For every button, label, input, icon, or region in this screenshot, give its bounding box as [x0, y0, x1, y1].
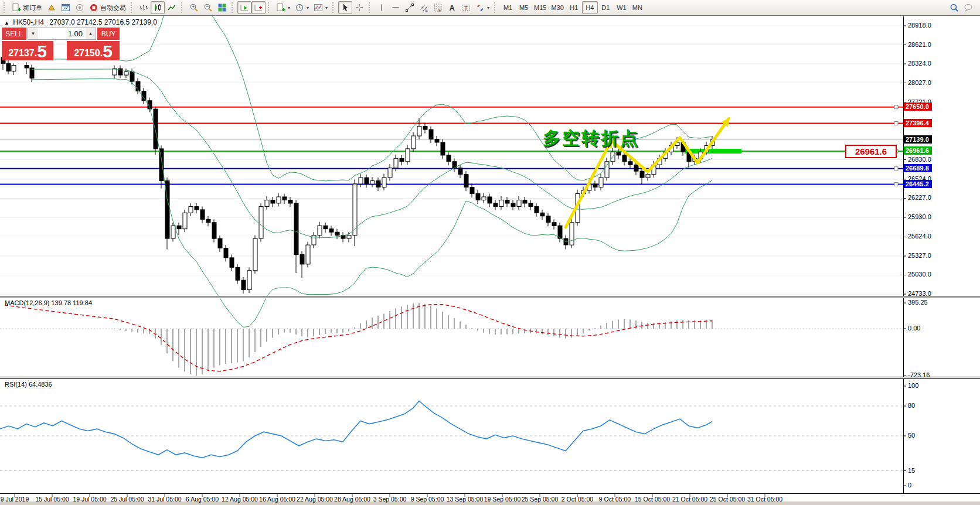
new-order-label: 新订单: [23, 4, 42, 12]
text-button[interactable]: A: [445, 1, 459, 14]
chat-icon: [964, 3, 973, 12]
vertical-line-icon: [377, 3, 386, 12]
line-chart-button[interactable]: [165, 1, 179, 14]
trendline-button[interactable]: [403, 1, 417, 14]
toolbar-right-group: [947, 1, 975, 14]
arrows-button[interactable]: ▾: [473, 1, 492, 14]
toolbar-grip[interactable]: [131, 2, 134, 13]
buy-price: 27150: [74, 47, 100, 59]
fibonacci-button[interactable]: F: [431, 1, 445, 14]
market-watch-icon: [61, 3, 70, 12]
equidistant-channel-button[interactable]: E: [417, 1, 431, 14]
volume-input[interactable]: [38, 28, 86, 39]
auto-scroll-icon: [240, 3, 249, 12]
timeframe-m30-button[interactable]: M30: [549, 1, 566, 14]
timeframe-w1-button[interactable]: W1: [614, 1, 629, 14]
arrows-icon: [475, 3, 485, 12]
price-badge: 27396.4: [904, 119, 932, 127]
volume-stepper: ▼ ▲: [28, 28, 96, 40]
timeframe-m15-button[interactable]: M15: [532, 1, 549, 14]
bar-chart-button[interactable]: [137, 1, 151, 14]
zoom-out-button[interactable]: [201, 1, 215, 14]
text-label-button[interactable]: T: [459, 1, 473, 14]
sell-price: 27137: [8, 47, 35, 59]
price-tick-label: 28621.0: [908, 41, 931, 48]
chevron-down-icon: ▾: [325, 5, 328, 11]
timeframe-m1-button[interactable]: M1: [500, 1, 516, 14]
indicators-button[interactable]: ▾: [274, 1, 292, 14]
new-chart-button[interactable]: [45, 1, 59, 14]
chart-title: ▲ HK50-,H4 27037.0 27142.5 27016.5 27139…: [4, 18, 157, 26]
chart-text-annotation[interactable]: 多空转折点: [543, 127, 639, 151]
macd-scale-label: 395.25: [908, 299, 928, 306]
cursor-button[interactable]: [338, 1, 352, 14]
equidistant-channel-icon: E: [419, 3, 428, 12]
fibonacci-icon: F: [433, 3, 443, 12]
timeframe-d1-button[interactable]: D1: [598, 1, 614, 14]
templates-button[interactable]: ▾: [311, 1, 330, 14]
toolbar: 新订单 自动交易: [0, 0, 980, 16]
auto-trading-button[interactable]: 自动交易: [87, 1, 128, 14]
zoom-in-button[interactable]: [187, 1, 201, 14]
search-icon: [950, 3, 959, 12]
toolbar-grip[interactable]: [494, 2, 498, 13]
volume-decrease-button[interactable]: ▼: [28, 28, 38, 39]
text-label-icon: T: [461, 3, 471, 12]
toolbar-grip[interactable]: [181, 2, 185, 13]
search-button[interactable]: [947, 1, 961, 14]
toolbar-grip[interactable]: [232, 2, 235, 13]
price-tick-label: 28324.0: [908, 60, 931, 67]
market-watch-button[interactable]: [59, 1, 73, 14]
buy-price-panel[interactable]: 27150 . 5: [67, 41, 120, 60]
macd-panel-divider[interactable]: [0, 296, 980, 298]
timeframe-h4-button[interactable]: H4: [582, 1, 598, 14]
timeframe-group: M1M5M15M30H1H4D1W1MN: [500, 1, 645, 14]
chart-shift-button[interactable]: [251, 1, 266, 14]
chart-shift-icon: [254, 3, 263, 12]
periods-button[interactable]: ▾: [292, 1, 311, 14]
toolbar-grip[interactable]: [369, 2, 372, 13]
timeframe-mn-button[interactable]: MN: [629, 1, 645, 14]
price-axis-separator: [903, 16, 904, 494]
rsi-scale-label: 0: [908, 482, 911, 489]
sell-button[interactable]: SELL: [2, 28, 26, 40]
auto-scroll-button[interactable]: [237, 1, 251, 14]
toolbar-grip[interactable]: [332, 2, 336, 13]
tile-windows-button[interactable]: [215, 1, 229, 14]
vertical-line-button[interactable]: [375, 1, 389, 14]
volume-increase-button[interactable]: ▲: [86, 28, 96, 39]
crosshair-button[interactable]: [352, 1, 366, 14]
price-badge: 27650.0: [904, 103, 932, 111]
collapse-panel-icon[interactable]: ▲: [4, 20, 9, 26]
tile-windows-icon: [217, 3, 227, 12]
timeframe-m5-button[interactable]: M5: [516, 1, 532, 14]
horizontal-line-button[interactable]: [389, 1, 403, 14]
price-badge: 27139.0: [904, 135, 932, 144]
new-chart-icon: [47, 3, 56, 12]
svg-text:A: A: [450, 4, 455, 12]
chat-button[interactable]: [961, 1, 975, 14]
candlestick-chart-button[interactable]: [151, 1, 165, 14]
timeframe-h1-button[interactable]: H1: [566, 1, 582, 14]
rsi-panel-divider[interactable]: [0, 377, 980, 379]
toolbar-grip[interactable]: [268, 2, 271, 13]
alerts-button[interactable]: [73, 1, 87, 14]
rsi-scale-label: 50: [908, 432, 915, 439]
text-icon: A: [447, 3, 457, 12]
toolbar-grip[interactable]: [4, 2, 7, 13]
sell-price-panel[interactable]: 27137 . 5: [2, 41, 53, 60]
one-click-trading-panel: SELL ▼ ▲ BUY 27137 . 5 27150 . 5: [2, 28, 120, 60]
sell-price-pips: 5: [37, 43, 47, 59]
chart-canvas[interactable]: [0, 0, 980, 505]
auto-trading-label: 自动交易: [100, 4, 126, 12]
buy-price-pips: 5: [103, 43, 113, 59]
buy-button[interactable]: BUY: [97, 28, 120, 40]
macd-indicator-label: MACD(12,26,9) 139.78 119.84: [5, 299, 92, 306]
price-tick-label: 24733.0: [908, 290, 931, 297]
price-callout-box[interactable]: 26961.6: [845, 145, 897, 158]
rsi-indicator-label: RSI(14) 64.4836: [5, 381, 52, 388]
trendline-icon: [405, 3, 414, 12]
new-order-button[interactable]: 新订单: [9, 1, 45, 14]
crosshair-icon: [355, 3, 364, 12]
chevron-down-icon: ▾: [487, 5, 489, 11]
